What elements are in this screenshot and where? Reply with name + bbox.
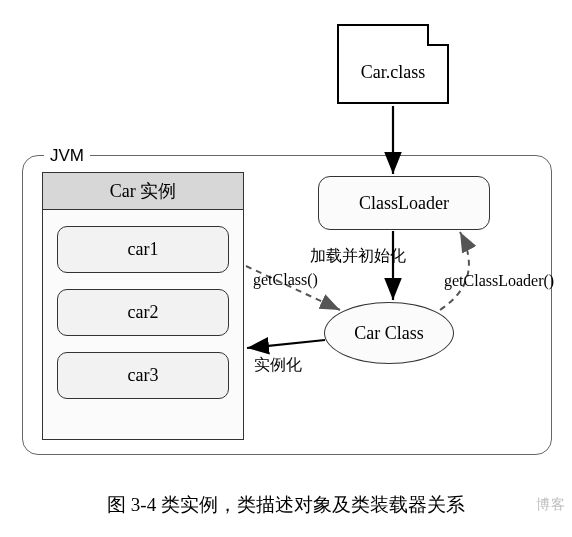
classloader-node: ClassLoader (318, 176, 490, 230)
label-instantiate: 实例化 (254, 355, 302, 376)
diagram-canvas: Car.class JVM Car 实例 car1 car2 car3 Clas… (0, 0, 572, 537)
label-getclassloader: getClassLoader() (444, 272, 554, 290)
instances-panel: Car 实例 car1 car2 car3 (42, 172, 244, 440)
label-load-init: 加载并初始化 (310, 246, 406, 267)
file-node: Car.class (337, 24, 449, 104)
instances-header: Car 实例 (43, 173, 243, 210)
jvm-title: JVM (44, 146, 90, 166)
figure-caption: 图 3-4 类实例，类描述对象及类装载器关系 (0, 492, 572, 518)
watermark: 博客 (536, 496, 566, 514)
instance-car1: car1 (57, 226, 229, 273)
class-object-node: Car Class (324, 302, 454, 364)
instance-car3: car3 (57, 352, 229, 399)
file-dogear (427, 24, 449, 46)
label-getclass: getClass() (253, 271, 318, 289)
class-object-label: Car Class (354, 323, 424, 344)
file-label: Car.class (339, 62, 447, 83)
classloader-label: ClassLoader (359, 193, 449, 214)
instance-car2: car2 (57, 289, 229, 336)
